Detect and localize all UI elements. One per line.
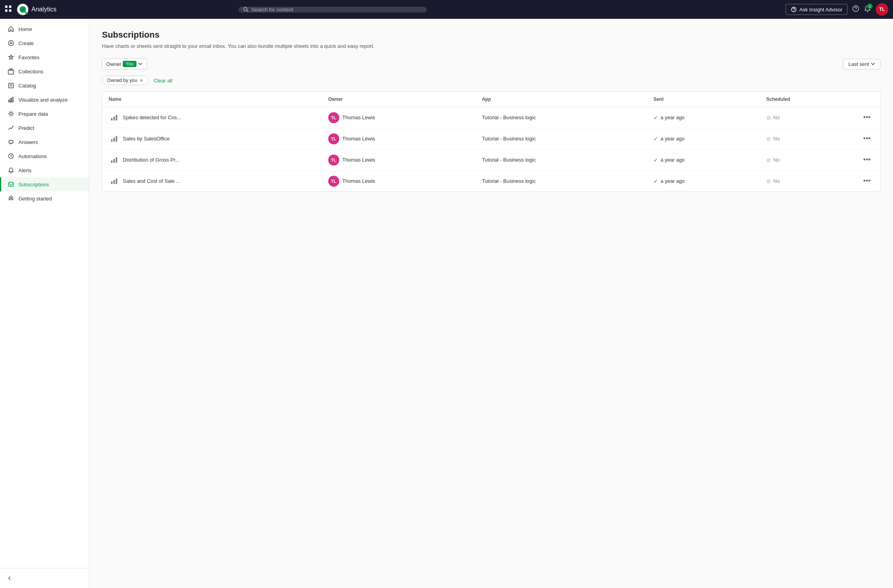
scheduled-value: No	[773, 178, 780, 184]
sidebar-item-catalog[interactable]: Catalog	[0, 78, 89, 93]
sidebar-item-automations[interactable]: Automations	[0, 149, 89, 163]
table-row: Spikes detected for Cos... TL Thomas Lew…	[102, 107, 880, 128]
remove-pill-icon[interactable]: ✕	[140, 78, 143, 83]
insight-icon	[791, 6, 797, 13]
sidebar-item-predict[interactable]: Predict	[0, 121, 89, 135]
filter-left: Owner You	[102, 58, 147, 69]
sidebar-item-visualize[interactable]: Visualize and analyze	[0, 93, 89, 107]
filters-bar: Owner You Last sent	[102, 58, 880, 69]
row-chart-icon	[109, 112, 120, 123]
help-icon[interactable]	[852, 5, 859, 14]
row-actions-cell[interactable]: •••	[854, 107, 880, 128]
sidebar-collapse-button[interactable]	[0, 572, 89, 585]
sidebar-item-subscriptions[interactable]: Subscriptions	[0, 177, 89, 191]
row-scheduled-cell: ⊘ No	[760, 107, 854, 128]
svg-line-8	[247, 10, 248, 11]
row-sent-cell: ✓ a year ago	[647, 128, 760, 149]
page-description: Have charts or sheets sent straight to y…	[102, 43, 880, 49]
chart-icon	[7, 96, 15, 103]
notification-badge: 1	[867, 4, 873, 9]
insight-advisor-button[interactable]: Ask Insight Advisor	[786, 4, 848, 15]
sort-label: Last sent	[848, 61, 869, 67]
row-actions-cell[interactable]: •••	[854, 128, 880, 149]
sidebar-item-answers[interactable]: Answers	[0, 135, 89, 149]
clear-all-button[interactable]: Clear all	[151, 76, 175, 85]
col-header-actions	[854, 92, 880, 107]
svg-point-10	[793, 11, 794, 11]
sidebar-item-prepare[interactable]: Prepare data	[0, 107, 89, 121]
row-owner-cell: TL Thomas Lewis	[322, 128, 476, 149]
sent-check-icon: ✓	[653, 178, 658, 184]
table-header-row: Name Owner App Sent Scheduled	[102, 92, 880, 107]
row-name-cell[interactable]: Spikes detected for Cos...	[102, 107, 322, 128]
row-actions-cell[interactable]: •••	[854, 171, 880, 192]
app-name: Tutorial - Business logic	[482, 115, 536, 120]
scheduled-value: No	[773, 157, 780, 163]
prepare-icon	[7, 110, 15, 117]
row-sent-cell: ✓ a year ago	[647, 171, 760, 192]
search-bar[interactable]	[238, 7, 427, 13]
owned-by-you-label: Owned by you	[107, 78, 137, 83]
star-icon	[7, 54, 15, 61]
row-chart-icon	[109, 133, 120, 144]
sidebar-label-visualize: Visualize and analyze	[18, 97, 68, 103]
sidebar-item-getting-started[interactable]: Getting started	[0, 191, 89, 206]
svg-rect-33	[113, 159, 115, 163]
row-more-button[interactable]: •••	[860, 154, 874, 166]
owner-avatar: TL	[328, 176, 339, 187]
owner-avatar: TL	[328, 133, 339, 144]
row-owner-cell: TL Thomas Lewis	[322, 107, 476, 128]
app-name: Tutorial - Business logic	[482, 178, 536, 184]
row-chart-icon	[109, 176, 120, 187]
sidebar-item-favorites[interactable]: Favorites	[0, 50, 89, 64]
sidebar-label-answers: Answers	[18, 139, 38, 145]
svg-point-11	[853, 5, 858, 11]
app-name: Tutorial - Business logic	[482, 136, 536, 142]
app-logo[interactable]: Analytics	[16, 3, 56, 16]
notifications-icon[interactable]: 1	[864, 5, 871, 14]
sidebar-label-catalog: Catalog	[18, 83, 36, 89]
owner-name: Thomas Lewis	[342, 136, 375, 142]
svg-rect-32	[111, 160, 113, 163]
row-name: Spikes detected for Cos...	[123, 115, 181, 120]
sidebar-item-collections[interactable]: Collections	[0, 64, 89, 78]
table-row: Sales by SalesOffice TL Thomas Lewis Tut…	[102, 128, 880, 149]
sidebar-item-alerts[interactable]: Alerts	[0, 163, 89, 177]
svg-rect-36	[113, 180, 115, 184]
owned-by-you-pill[interactable]: Owned by you ✕	[102, 76, 148, 85]
row-name-cell[interactable]: Distribution of Gross Pr...	[102, 149, 322, 171]
row-more-button[interactable]: •••	[860, 175, 874, 187]
grid-icon[interactable]	[5, 5, 12, 14]
sent-time: a year ago	[660, 178, 684, 184]
row-sent-cell: ✓ a year ago	[647, 149, 760, 171]
row-name-cell[interactable]: Sales and Cost of Sale ...	[102, 171, 322, 192]
row-more-button[interactable]: •••	[860, 133, 874, 144]
row-name-cell[interactable]: Sales by SalesOffice	[102, 128, 322, 149]
row-more-button[interactable]: •••	[860, 112, 874, 123]
col-header-sent: Sent	[647, 92, 760, 107]
row-owner-cell: TL Thomas Lewis	[322, 149, 476, 171]
search-input[interactable]	[251, 7, 422, 13]
owner-filter-dropdown[interactable]: Owner You	[102, 58, 147, 69]
svg-rect-17	[9, 83, 13, 88]
row-chart-icon	[109, 155, 120, 166]
owner-filter-label: Owner	[106, 61, 121, 67]
sidebar-label-automations: Automations	[18, 153, 47, 159]
subscriptions-icon	[7, 181, 15, 188]
row-actions-cell[interactable]: •••	[854, 149, 880, 171]
sidebar-item-create[interactable]: Create	[0, 36, 89, 50]
sort-dropdown[interactable]: Last sent	[843, 59, 880, 69]
collection-icon	[7, 68, 15, 75]
user-avatar[interactable]: TL	[876, 3, 888, 16]
row-app-cell: Tutorial - Business logic	[476, 149, 647, 171]
sidebar-item-home[interactable]: Home	[0, 22, 89, 36]
create-icon	[7, 40, 15, 47]
app-name: Tutorial - Business logic	[482, 157, 536, 163]
row-app-cell: Tutorial - Business logic	[476, 107, 647, 128]
sidebar-label-prepare: Prepare data	[18, 111, 48, 117]
predict-icon	[7, 124, 15, 131]
table: Name Owner App Sent Scheduled	[102, 92, 880, 191]
sent-time: a year ago	[660, 136, 684, 142]
row-name: Distribution of Gross Pr...	[123, 157, 180, 163]
svg-rect-28	[116, 115, 117, 120]
